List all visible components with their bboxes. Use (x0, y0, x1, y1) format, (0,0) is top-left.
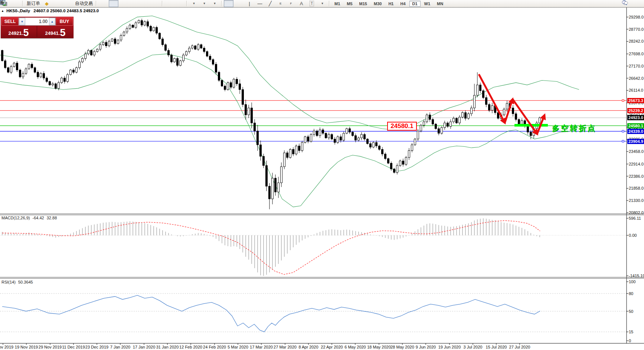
main-pane (0, 16, 627, 209)
price-tick-label: 27698.0 (629, 52, 644, 56)
candle-body (281, 167, 282, 183)
date-label: 28 May 2020 (390, 345, 414, 349)
candle-body (290, 150, 291, 158)
candle-body (257, 131, 259, 145)
candle-body (61, 78, 63, 82)
candle-body (108, 41, 110, 46)
date-label: 3 Jul 2020 (464, 345, 483, 349)
trend-arrow[interactable] (505, 99, 513, 123)
candle-body (153, 27, 155, 31)
candle-body (138, 20, 140, 23)
candle-body (16, 63, 18, 70)
candle-body (79, 62, 81, 68)
turning-point-annotation[interactable]: 多空转折点 (552, 123, 596, 133)
macd-tick-label: 596.11 (629, 216, 641, 220)
candle-body (393, 169, 395, 172)
date-label: 7 Nov 2019 (0, 345, 13, 349)
date-label: 9 Jun 2020 (416, 345, 436, 349)
candle-body (432, 120, 434, 124)
candle-body (304, 137, 306, 143)
candle-body (429, 115, 431, 119)
sell-button[interactable]: SELL (1, 17, 19, 26)
candle-body (355, 135, 357, 140)
candle-body (441, 128, 443, 134)
candle-body (278, 183, 279, 192)
macd-pane-title: MACD(12,26,9) -64.42 32.88 (1, 216, 57, 220)
candle-body (4, 61, 6, 68)
date-label: 7 Jan 2020 (110, 345, 130, 349)
candle-body (10, 66, 12, 72)
date-label: 15 Jul 2020 (486, 345, 507, 349)
date-label: 6 May 2020 (344, 345, 366, 349)
axis-layer: 29298.028770.028242.027698.027170.026642… (0, 7, 644, 349)
candle-body (284, 153, 285, 167)
trend-arrow[interactable] (479, 74, 505, 123)
candle-body (239, 84, 241, 90)
candle-body (292, 150, 294, 154)
candle-body (49, 82, 51, 85)
price-tick-label: 29298.0 (629, 15, 644, 19)
candle-body (120, 35, 122, 40)
candle-body (352, 132, 354, 135)
candle-body (358, 138, 360, 140)
price-annotation-box[interactable]: 24580.1 (387, 122, 417, 131)
line-handle[interactable] (622, 140, 624, 142)
buy-price[interactable]: 24941.5 (37, 26, 73, 37)
volume-value[interactable]: 1.00 (25, 19, 49, 24)
candle-body (468, 114, 470, 118)
candle-body (435, 124, 437, 128)
candle-body (530, 132, 532, 135)
candle-body (370, 144, 372, 147)
date-label: 29 Nov 2019 (39, 345, 62, 349)
candle-body (521, 121, 523, 124)
symbol-period-label: HK50-,Daily (6, 9, 30, 13)
candle-body (117, 40, 119, 43)
candle-body (212, 60, 214, 64)
candle-body (189, 48, 190, 52)
candle-body (245, 105, 247, 115)
candle-body (31, 64, 33, 68)
candle-body (388, 158, 389, 163)
volume-increase-button[interactable]: ▲ (49, 18, 55, 25)
candle-body (67, 75, 69, 82)
bollinger-lower-band (0, 54, 573, 207)
macd-tick-label: -1415.19 (629, 274, 644, 278)
date-label: 31 Jan 2020 (156, 345, 179, 349)
chart-canvas[interactable]: 29298.028770.028242.027698.027170.026642… (0, 0, 644, 350)
volume-decrease-button[interactable]: ▼ (19, 18, 25, 25)
candle-body (295, 146, 297, 154)
sell-button-label: SELL (4, 19, 16, 24)
price-tick-label: 23458.0 (629, 149, 644, 154)
candle-body (287, 153, 288, 157)
candle-body (385, 154, 386, 158)
candle-body (411, 145, 413, 151)
candle-body (221, 80, 223, 86)
candle-body (34, 68, 36, 72)
candle-body (55, 84, 57, 88)
candle-body (85, 54, 86, 58)
date-label: 11 Dec 2019 (62, 345, 85, 349)
candle-body (132, 25, 134, 27)
date-label: 27 Jul 2020 (509, 345, 530, 349)
candle-body (114, 39, 116, 43)
rsi-tick-label: 15 (629, 330, 633, 334)
candle-body (97, 49, 98, 52)
line-handle[interactable] (622, 99, 624, 101)
buy-button[interactable]: BUY (56, 17, 73, 26)
candle-body (405, 157, 407, 164)
candle-body (465, 112, 467, 118)
candle-body (73, 70, 75, 72)
candle-body (13, 63, 15, 66)
candle-body (325, 133, 327, 138)
date-label: 17 Mar 2020 (250, 345, 273, 349)
candle-body (242, 89, 244, 104)
date-label: 12 Feb 2020 (179, 345, 202, 349)
candle-body (141, 20, 143, 25)
ohlc-values: 24607.0 25060.0 24483.5 24923.0 (33, 9, 99, 13)
collapse-arrow-icon[interactable]: ▲ (1, 9, 4, 13)
candle-body (82, 59, 84, 62)
rsi-line (2, 295, 540, 332)
sell-price[interactable]: 24921.5 (1, 26, 36, 37)
candle-body (227, 83, 229, 90)
line-handle[interactable] (622, 130, 624, 132)
